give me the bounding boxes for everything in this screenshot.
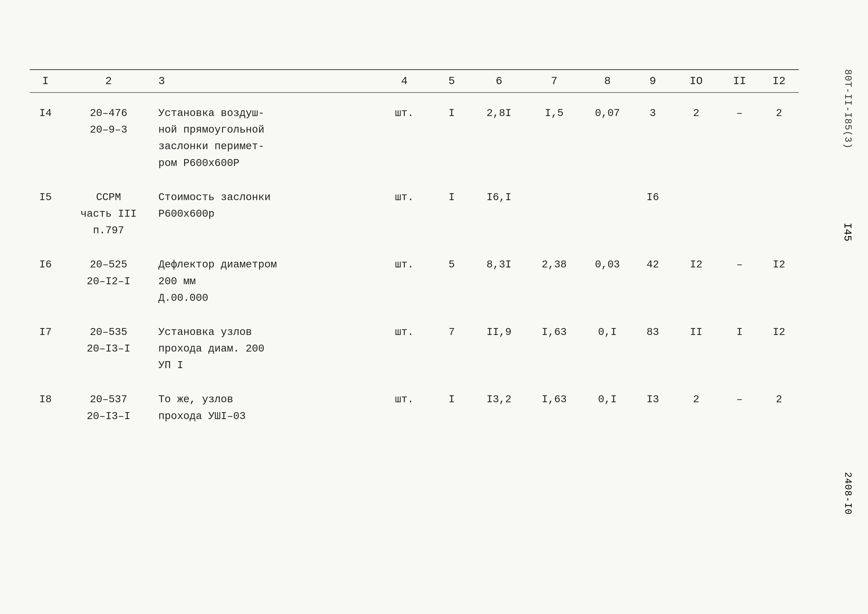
- cell-row1-col11: –: [720, 93, 759, 177]
- header-col-9: 9: [633, 70, 673, 93]
- cell-row3-col8: 0,03: [582, 244, 633, 312]
- cell-row5-col5: I: [432, 379, 471, 430]
- cell-row5-col9: I3: [633, 379, 673, 430]
- cell-row1-col10: 2: [673, 93, 720, 177]
- cell-row4-col12: I2: [760, 312, 799, 379]
- header-col-12: I2: [760, 70, 799, 93]
- doc-number-bottom: 2408-I0: [843, 472, 853, 515]
- header-col-8: 8: [582, 70, 633, 93]
- cell-row1-col4: шт.: [377, 93, 432, 177]
- header-col-3: 3: [156, 70, 377, 93]
- table-row: I820–537 20–I3–IТо же, узлов прохода УШI…: [30, 379, 799, 430]
- cell-row3-col12: I2: [760, 244, 799, 312]
- cell-row1-col8: 0,07: [582, 93, 633, 177]
- cell-row5-col12: 2: [760, 379, 799, 430]
- cell-row3-col9: 42: [633, 244, 673, 312]
- cell-row2-col1: I5: [30, 177, 61, 244]
- cell-row4-col8: 0,I: [582, 312, 633, 379]
- cell-row2-col7: [527, 177, 582, 244]
- cell-row1-col3: Установка воздуш- ной прямоугольной засл…: [156, 93, 377, 177]
- cell-row4-col10: II: [673, 312, 720, 379]
- cell-row5-col4: шт.: [377, 379, 432, 430]
- cell-row5-col1: I8: [30, 379, 61, 430]
- header-col-2: 2: [61, 70, 156, 93]
- cell-row4-col9: 83: [633, 312, 673, 379]
- cell-row3-col6: 8,3I: [471, 244, 527, 312]
- cell-row2-col6: I6,I: [471, 177, 527, 244]
- cell-row2-col9: I6: [633, 177, 673, 244]
- cell-row1-col6: 2,8I: [471, 93, 527, 177]
- cell-row3-col2: 20–525 20–I2–I: [61, 244, 156, 312]
- cell-row1-col9: 3: [633, 93, 673, 177]
- cell-row4-col11: I: [720, 312, 759, 379]
- cell-row5-col7: I,63: [527, 379, 582, 430]
- header-col-10: IO: [673, 70, 720, 93]
- table-row: I620–525 20–I2–IДефлектор диаметром 200 …: [30, 244, 799, 312]
- header-col-5: 5: [432, 70, 471, 93]
- cell-row2-col12: [760, 177, 799, 244]
- header-col-6: 6: [471, 70, 527, 93]
- main-content: I 2 3 4 5 6 7 8 9 IO II I2 I420: [30, 69, 799, 564]
- cell-row2-col4: шт.: [377, 177, 432, 244]
- cell-row3-col4: шт.: [377, 244, 432, 312]
- header-col-1: I: [30, 70, 61, 93]
- cell-row2-col10: [673, 177, 720, 244]
- page: 80T-II-I85(3) I45 2408-I0 I 2 3 4 5 6 7 …: [0, 0, 868, 614]
- cell-row5-col6: I3,2: [471, 379, 527, 430]
- cell-row3-col3: Дефлектор диаметром 200 мм Д.00.000: [156, 244, 377, 312]
- cell-row3-col5: 5: [432, 244, 471, 312]
- cell-row3-col1: I6: [30, 244, 61, 312]
- cell-row2-col11: [720, 177, 759, 244]
- doc-number-top: 80T-II-I85(3): [843, 69, 853, 149]
- cell-row2-col2: ССРМ часть III п.797: [61, 177, 156, 244]
- cell-row4-col6: II,9: [471, 312, 527, 379]
- table-row: I5ССРМ часть III п.797Стоимость заслонки…: [30, 177, 799, 244]
- table-container: I 2 3 4 5 6 7 8 9 IO II I2 I420: [30, 69, 799, 430]
- table-row: I420–476 20–9–3Установка воздуш- ной пря…: [30, 93, 799, 177]
- table-row: I720–535 20–I3–IУстановка узлов прохода …: [30, 312, 799, 379]
- cell-row5-col10: 2: [673, 379, 720, 430]
- cell-row4-col7: I,63: [527, 312, 582, 379]
- page-number: I45: [841, 223, 853, 242]
- cell-row5-col2: 20–537 20–I3–I: [61, 379, 156, 430]
- cell-row1-col5: I: [432, 93, 471, 177]
- cell-row1-col7: I,5: [527, 93, 582, 177]
- header-col-11: II: [720, 70, 759, 93]
- cell-row3-col11: –: [720, 244, 759, 312]
- cell-row1-col1: I4: [30, 93, 61, 177]
- cell-row2-col3: Стоимость заслонки Р600х600р: [156, 177, 377, 244]
- cell-row4-col1: I7: [30, 312, 61, 379]
- cell-row4-col5: 7: [432, 312, 471, 379]
- cell-row5-col3: То же, узлов прохода УШI–03: [156, 379, 377, 430]
- cell-row4-col3: Установка узлов прохода диам. 200 УП I: [156, 312, 377, 379]
- cell-row1-col12: 2: [760, 93, 799, 177]
- header-col-4: 4: [377, 70, 432, 93]
- header-col-7: 7: [527, 70, 582, 93]
- table-header-row: I 2 3 4 5 6 7 8 9 IO II I2: [30, 70, 799, 93]
- cell-row2-col8: [582, 177, 633, 244]
- cell-row3-col10: I2: [673, 244, 720, 312]
- cell-row5-col8: 0,I: [582, 379, 633, 430]
- cell-row1-col2: 20–476 20–9–3: [61, 93, 156, 177]
- data-table: I 2 3 4 5 6 7 8 9 IO II I2 I420: [30, 69, 799, 430]
- cell-row3-col7: 2,38: [527, 244, 582, 312]
- cell-row4-col4: шт.: [377, 312, 432, 379]
- cell-row2-col5: I: [432, 177, 471, 244]
- cell-row5-col11: –: [720, 379, 759, 430]
- cell-row4-col2: 20–535 20–I3–I: [61, 312, 156, 379]
